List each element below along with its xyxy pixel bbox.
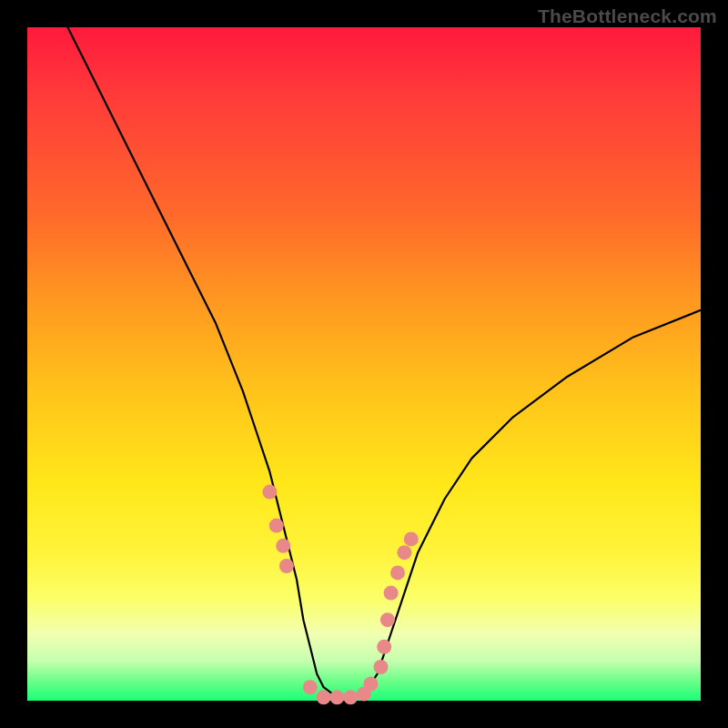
highlight-dot: [363, 677, 378, 692]
highlight-dot: [276, 539, 290, 553]
highlight-dot: [262, 485, 277, 500]
highlight-dot: [279, 559, 294, 573]
plot-area: [27, 27, 701, 701]
highlight-dot: [374, 660, 389, 674]
highlight-dot: [343, 690, 358, 704]
highlight-dots-group: [262, 485, 418, 705]
highlight-dot: [404, 531, 419, 546]
highlight-dot: [390, 565, 405, 580]
highlight-dot: [329, 690, 344, 704]
highlight-dot: [380, 612, 395, 627]
chart-svg: [27, 27, 701, 701]
highlight-dot: [269, 519, 284, 533]
watermark-text: TheBottleneck.com: [538, 5, 717, 27]
highlight-dot: [384, 586, 399, 601]
highlight-dot: [303, 680, 318, 694]
highlight-dot: [397, 545, 411, 560]
chart-frame: TheBottleneck.com: [0, 0, 728, 728]
highlight-dot: [317, 690, 331, 704]
bottleneck-curve: [67, 27, 701, 697]
highlight-dot: [377, 640, 391, 654]
